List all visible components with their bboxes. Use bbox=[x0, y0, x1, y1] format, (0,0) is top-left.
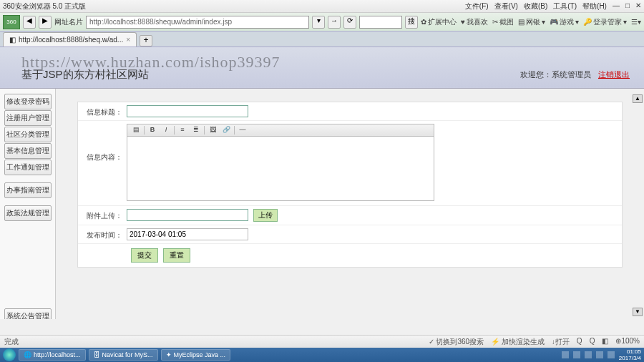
url-label: 网址名片 bbox=[54, 17, 83, 27]
window-maximize[interactable]: □ bbox=[625, 1, 630, 11]
rte-source-icon[interactable]: ▤ bbox=[130, 125, 142, 135]
nav-forward[interactable]: ▶ bbox=[39, 16, 52, 29]
date-label: 发布时间： bbox=[84, 228, 127, 240]
rte-link-icon[interactable]: 🔗 bbox=[220, 125, 232, 135]
status-search[interactable]: ✓ 切换到360搜索 bbox=[429, 337, 484, 347]
search-button[interactable]: 搜 bbox=[405, 16, 418, 29]
sidebar: 修改登录密码 注册用户管理 社区分类管理 基本信息管理 工作通知管理 办事指南管… bbox=[0, 89, 56, 319]
like-btn[interactable]: ♥我喜欢 bbox=[461, 17, 488, 27]
tray-icon[interactable] bbox=[596, 351, 603, 358]
browser-logo: 360 bbox=[3, 15, 20, 29]
screenshot-btn[interactable]: ✂截图 bbox=[492, 17, 514, 27]
menu-file[interactable]: 文件(F) bbox=[465, 1, 489, 11]
status-ico3[interactable]: ◧ bbox=[602, 337, 608, 347]
nav-go[interactable]: → bbox=[328, 16, 341, 29]
menu-help[interactable]: 帮助(H) bbox=[582, 1, 607, 11]
status-zoom[interactable]: ⊕100% bbox=[615, 337, 640, 347]
tray-icon[interactable] bbox=[585, 351, 592, 358]
tray-icon[interactable] bbox=[608, 351, 615, 358]
content-label: 信息内容： bbox=[84, 124, 127, 162]
new-tab-button[interactable]: + bbox=[140, 35, 152, 47]
tab-favicon: ◧ bbox=[9, 36, 16, 44]
taskbar-app-navicat[interactable]: 🗄Navicat for MyS... bbox=[89, 349, 158, 361]
sidebar-item-guide[interactable]: 办事指南管理 bbox=[4, 182, 52, 198]
date-input[interactable] bbox=[127, 228, 248, 240]
status-text: 完成 bbox=[4, 337, 19, 347]
menu-tools[interactable]: 工具(T) bbox=[553, 1, 577, 11]
sidebar-item-notice[interactable]: 工作通知管理 bbox=[4, 160, 52, 175]
rte-toolbar: ▤ B I ≡ ≣ 🖼 🔗 — bbox=[127, 124, 434, 137]
welcome-text: 欢迎您：系统管理员 bbox=[520, 69, 591, 80]
page-title: 基于JSP的东方村社区网站 bbox=[21, 68, 149, 82]
menu-view[interactable]: 查看(V) bbox=[494, 1, 518, 11]
sidebar-item-password[interactable]: 修改登录密码 bbox=[4, 94, 52, 109]
tray-icon[interactable] bbox=[562, 351, 569, 358]
scroll-up[interactable]: ▲ bbox=[633, 94, 643, 103]
content-textarea[interactable] bbox=[127, 137, 434, 201]
sidebar-item-category[interactable]: 社区分类管理 bbox=[4, 127, 52, 142]
sidebar-item-policy[interactable]: 政策法规管理 bbox=[4, 205, 52, 221]
tray-icon[interactable] bbox=[573, 351, 580, 358]
status-ico2[interactable]: Q bbox=[590, 337, 595, 347]
toolbar-more[interactable]: ☰▾ bbox=[631, 17, 641, 27]
search-input[interactable] bbox=[359, 16, 402, 29]
menu-fav[interactable]: 收藏(B) bbox=[524, 1, 547, 11]
window-minimize[interactable]: — bbox=[613, 1, 620, 11]
start-button[interactable] bbox=[3, 348, 16, 361]
title-input[interactable] bbox=[127, 105, 248, 117]
submit-button[interactable]: 提交 bbox=[131, 248, 158, 263]
login-mgr[interactable]: 🔑登录管家▾ bbox=[583, 17, 627, 27]
rte-ol-icon[interactable]: ≡ bbox=[177, 125, 188, 135]
system-clock[interactable]: 01:05 2017/3/4 bbox=[619, 348, 641, 361]
rte-hr-icon[interactable]: — bbox=[237, 125, 248, 135]
reset-button[interactable]: 重置 bbox=[163, 248, 190, 263]
menu-bar: 文件(F) 查看(V) 收藏(B) 工具(T) 帮助(H) — □ ✕ bbox=[465, 1, 641, 11]
upload-button[interactable]: 上传 bbox=[253, 209, 278, 222]
tab-close[interactable]: × bbox=[126, 36, 130, 44]
taskbar-app-myeclipse[interactable]: ✦MyEclipse Java ... bbox=[161, 349, 231, 361]
bank-btn[interactable]: ▤网银▾ bbox=[518, 17, 545, 27]
rte-italic-icon[interactable]: I bbox=[160, 125, 172, 135]
title-label: 信息标题： bbox=[84, 105, 127, 117]
status-download[interactable]: ↓打开 bbox=[552, 337, 570, 347]
logout-link[interactable]: 注销退出 bbox=[598, 69, 630, 80]
taskbar-app-browser[interactable]: 🌐http://localhost... bbox=[19, 349, 86, 361]
form-card: 信息标题： 信息内容： ▤ B I ≡ bbox=[77, 102, 623, 268]
sidebar-item-announce[interactable]: 系统公告管理 bbox=[4, 308, 52, 319]
sidebar-item-basicinfo[interactable]: 基本信息管理 bbox=[4, 143, 52, 159]
window-title: 360安全浏览器 5.0 正式版 bbox=[3, 1, 86, 11]
upload-label: 附件上传： bbox=[84, 209, 127, 221]
scroll-down[interactable]: ▼ bbox=[633, 308, 643, 316]
tab-title: http://localhost:8888/sheq.w/ad... bbox=[19, 36, 123, 44]
browser-tab[interactable]: ◧ http://localhost:8888/sheq.w/ad... × bbox=[3, 32, 137, 47]
status-render[interactable]: ⚡ 加快渲染生成 bbox=[491, 337, 545, 347]
game-btn[interactable]: 🎮游戏▾ bbox=[550, 17, 579, 27]
sidebar-item-users[interactable]: 注册用户管理 bbox=[4, 110, 52, 126]
ext-center[interactable]: ✿扩展中心 bbox=[421, 17, 457, 27]
window-close[interactable]: ✕ bbox=[635, 1, 641, 11]
rte-image-icon[interactable]: 🖼 bbox=[207, 125, 218, 135]
upload-input[interactable] bbox=[127, 209, 248, 221]
rte-bold-icon[interactable]: B bbox=[147, 125, 158, 135]
rte-ul-icon[interactable]: ≣ bbox=[190, 125, 202, 135]
status-ico1[interactable]: Q bbox=[577, 337, 582, 347]
nav-back[interactable]: ◀ bbox=[23, 16, 36, 29]
nav-refresh[interactable]: ⟳ bbox=[343, 16, 356, 29]
address-bar[interactable] bbox=[86, 16, 309, 29]
nav-dropdown[interactable]: ▾ bbox=[312, 16, 325, 29]
